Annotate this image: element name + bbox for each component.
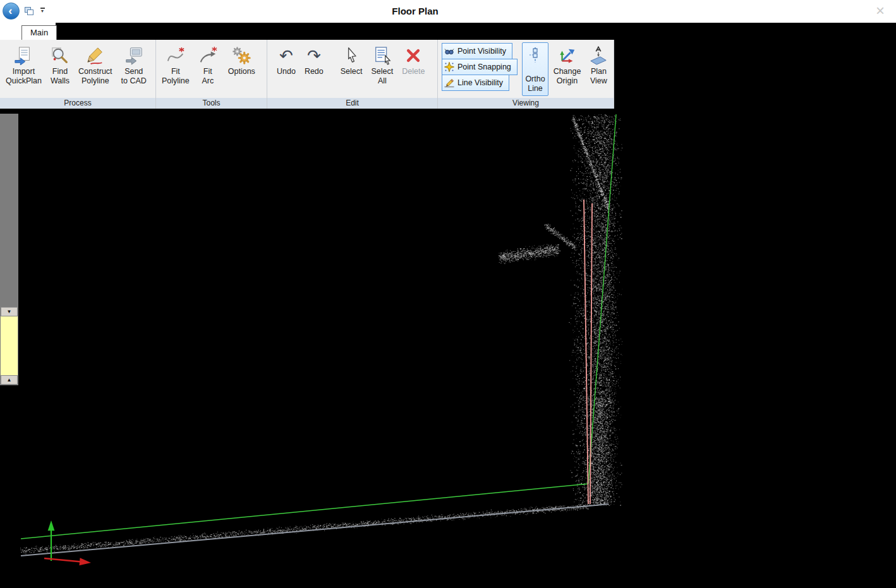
toggle-point-visibility[interactable]: Point Visibility [442,43,512,59]
select-button[interactable]: Select [337,41,366,87]
title-bar: ‹ ▾ Floor Plan × [0,0,896,23]
ribbon-group-edit: ↶ Undo ↷ Redo Select [267,40,438,109]
window-title: Floor Plan [0,0,830,23]
select-all-button[interactable]: SelectAll [368,41,397,87]
toggle-line-visibility[interactable]: Line Visibility [442,75,509,91]
group-label-edit: Edit [267,98,437,109]
import-quickplan-button[interactable]: ImportQuickPlan [2,41,45,87]
ortho-line-icon [528,45,543,64]
elevation-slider: ▼ ▲ [0,114,18,385]
group-label-process: Process [0,98,155,109]
ribbon-group-tools: FitPolyline FitArc [156,40,267,109]
redo-button[interactable]: ↷ Redo [301,41,327,87]
ribbon-group-process: ImportQuickPlan FindWalls [0,40,156,109]
toggle-point-snapping[interactable]: Point Snapping [442,59,518,75]
cursor-icon [342,44,360,67]
toggle-label: Line Visibility [457,78,503,87]
plan-view-icon [589,44,608,67]
fit-polyline-button[interactable]: FitPolyline [158,41,193,87]
plan-view-button[interactable]: PlanView [586,41,612,87]
ribbon-group-viewing: Point Visibility Point Snapping [438,40,614,109]
send-to-cad-icon [124,44,143,67]
import-quickplan-icon [14,44,33,67]
elevation-range-swatch[interactable] [1,316,18,375]
toggle-label: Point Visibility [457,47,506,56]
slider-up-button[interactable]: ▲ [1,375,18,385]
group-label-tools: Tools [156,98,267,109]
fit-arc-button[interactable]: FitArc [195,41,221,87]
ortho-line-button[interactable]: OrthoLine [522,42,548,96]
find-walls-button[interactable]: FindWalls [47,41,73,87]
gear-icon [232,44,251,67]
tab-strip: Main [0,23,896,40]
change-origin-button[interactable]: ChangeOrigin [550,41,584,87]
redo-icon: ↷ [307,44,321,67]
construct-polyline-icon [86,44,105,67]
point-visibility-icon [444,46,454,56]
group-label-viewing: Viewing [438,98,614,109]
close-button[interactable]: × [871,1,890,20]
change-origin-icon [558,44,577,67]
find-walls-icon [51,44,70,67]
line-visibility-icon [444,78,454,88]
fit-arc-icon [198,44,217,67]
tab-main[interactable]: Main [21,25,57,40]
point-snapping-icon [444,62,454,72]
delete-button[interactable]: Delete [398,41,428,87]
undo-button[interactable]: ↶ Undo [273,41,300,87]
triangle-down-icon: ▼ [7,309,12,315]
ribbon: ImportQuickPlan FindWalls [0,40,614,109]
options-button[interactable]: Options [224,41,259,87]
slider-down-button[interactable]: ▼ [1,307,18,316]
fit-polyline-icon [166,44,185,67]
viewing-toggle-column: Point Visibility Point Snapping [442,43,518,91]
toggle-label: Point Snapping [457,63,511,71]
send-to-cad-button[interactable]: Sendto CAD [118,41,150,87]
construct-polyline-button[interactable]: ConstructPolyline [75,41,116,87]
undo-icon: ↶ [279,44,293,67]
delete-x-icon [404,44,422,67]
triangle-up-icon: ▲ [7,378,12,383]
select-all-icon [373,44,392,67]
